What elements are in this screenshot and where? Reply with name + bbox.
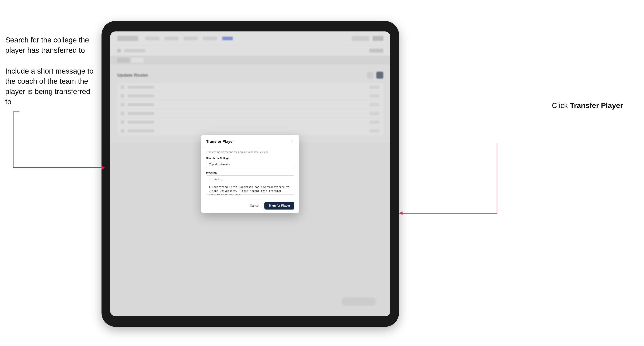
annotation-left-line1: Search for the college the player has tr…: [5, 35, 96, 56]
annotation-right: Click Transfer Player: [552, 101, 623, 110]
tablet-frame: Update Roster: [102, 21, 399, 327]
dialog-header: Transfer Player ×: [201, 135, 299, 147]
cancel-button[interactable]: Cancel: [247, 202, 262, 209]
search-college-label: Search for College: [206, 157, 294, 160]
annotation-right-bold: Transfer Player: [570, 101, 623, 110]
dialog-subtitle: Transfer the player and their profile to…: [206, 151, 294, 154]
svg-marker-7: [399, 211, 402, 215]
dialog-close-button[interactable]: ×: [290, 139, 294, 144]
dialog-body: Transfer the player and their profile to…: [201, 147, 299, 199]
message-label: Message: [206, 171, 294, 174]
search-college-input[interactable]: [206, 161, 294, 168]
dialog-footer: Cancel Transfer Player: [201, 199, 299, 213]
transfer-player-button[interactable]: Transfer Player: [264, 202, 294, 209]
annotation-left-line2: Include a short message to the coach of …: [5, 66, 96, 107]
message-textarea[interactable]: [206, 175, 294, 195]
annotation-right-pre: Click: [552, 101, 570, 110]
annotation-left: Search for the college the player has tr…: [5, 35, 96, 107]
dialog-overlay: Transfer Player × Transfer the player an…: [110, 31, 390, 316]
tablet-screen: Update Roster: [110, 31, 390, 316]
dialog-box: Transfer Player × Transfer the player an…: [201, 135, 299, 213]
dialog-title: Transfer Player: [206, 139, 234, 144]
